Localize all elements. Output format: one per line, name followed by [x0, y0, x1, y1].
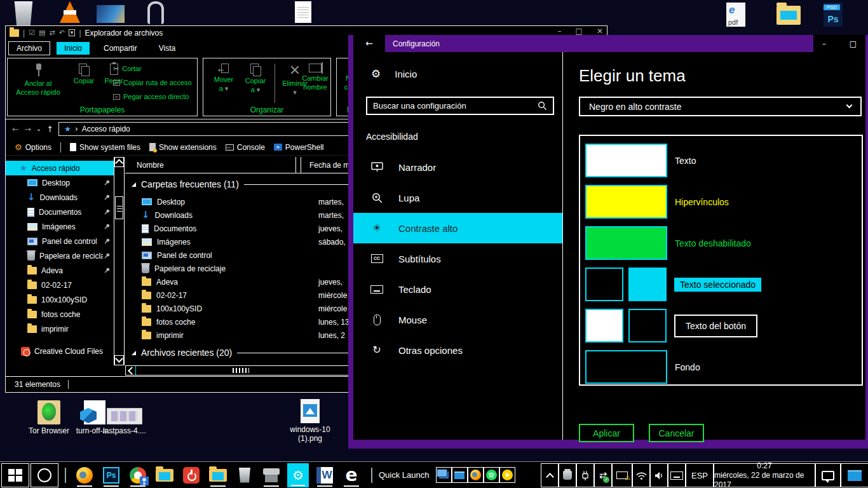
tree-item-adeva[interactable]: Adeva [6, 263, 114, 278]
tree-item-control-panel[interactable]: Panel de control [6, 234, 114, 248]
tray-display-warning[interactable] [612, 463, 632, 487]
qat-rename-icon[interactable] [49, 29, 55, 36]
tree-item-creative-cloud[interactable]: Creative Cloud Files [6, 344, 114, 358]
powershell-button[interactable]: > PowerShell [274, 143, 324, 152]
theme-dropdown[interactable]: Negro en alto contraste [579, 97, 862, 116]
tree-item-100x100ysid[interactable]: 100x100ySID [6, 292, 114, 307]
tree-scrollbar[interactable] [114, 157, 125, 365]
paste-shortcut-button[interactable]: P Pegar acceso directo [113, 93, 189, 100]
taskbar-printer[interactable] [261, 463, 282, 487]
desktop-icon-lastpass[interactable]: lastpass-4.... [100, 408, 149, 435]
tray-sync[interactable]: ✓ [594, 463, 612, 487]
maximize-button[interactable] [576, 27, 583, 35]
column-name[interactable]: Nombre [125, 161, 295, 170]
desktop-icon-folder-shortcut[interactable] [776, 6, 801, 25]
column-divider[interactable] [295, 157, 296, 173]
close-button[interactable] [597, 27, 603, 35]
taskbar-recycle-bin[interactable] [234, 463, 255, 487]
desktop-icon-tor-browser[interactable]: Tor Browser [24, 400, 74, 435]
nav-item-contraste-alto[interactable]: Contraste alto [353, 213, 562, 243]
taskbar-settings[interactable] [287, 463, 309, 487]
show-extensions-button[interactable]: Show extensions [149, 143, 217, 152]
tree-item-quick-access[interactable]: Acceso rápido [6, 161, 114, 175]
rename-button[interactable]: Cambiar nombre [299, 64, 332, 92]
qat-dropdown-icon[interactable] [69, 29, 76, 36]
copy-path-button[interactable]: W Copiar ruta de acceso [113, 79, 192, 86]
tray-power-plug[interactable] [576, 463, 594, 487]
taskbar-power-tool[interactable] [180, 463, 202, 487]
clock[interactable]: 0:27 miércoles, 22 de marzo de 2017 [714, 463, 815, 487]
tree-item-imprimir[interactable]: imprimir [6, 322, 114, 336]
taskbar-folder[interactable] [207, 463, 229, 487]
taskbar-chrome[interactable] [127, 463, 149, 487]
desktop-icon-vlc[interactable] [60, 1, 80, 23]
maximize-button[interactable] [850, 40, 857, 48]
apply-button[interactable]: Aplicar [579, 424, 634, 442]
minimize-button[interactable] [558, 27, 562, 35]
desktop-icon-image[interactable] [97, 5, 125, 23]
scroll-up-button[interactable] [114, 157, 124, 167]
scrollbar-thumb[interactable] [115, 196, 123, 219]
show-desktop-button[interactable] [841, 463, 868, 487]
up-button[interactable] [46, 125, 53, 133]
settings-title-bar[interactable]: Configuración [353, 35, 865, 52]
tray-volume[interactable] [650, 463, 668, 487]
desktop-icon-psd[interactable]: PSDPs [824, 3, 843, 27]
back-button[interactable] [353, 35, 385, 52]
tray-wifi[interactable] [632, 463, 650, 487]
action-center-button[interactable] [815, 463, 841, 487]
tree-item-documents[interactable]: Documentos [6, 205, 114, 219]
quicklaunch-show-desktop[interactable] [452, 467, 468, 483]
desktop-icon-windows10-png[interactable]: windows-10 (1).png [287, 399, 333, 443]
nav-item-subtitulos[interactable]: CC Subtítulos [353, 243, 562, 274]
taskbar-word[interactable]: W [314, 463, 336, 487]
forward-button[interactable] [24, 125, 31, 133]
show-system-files-button[interactable]: Show system files [70, 143, 140, 152]
console-button[interactable]: — Console [226, 143, 265, 152]
qat-properties-icon[interactable] [29, 29, 35, 36]
task-view-divider[interactable] [65, 468, 66, 483]
tab-compartir[interactable]: Compartir [96, 42, 145, 55]
tree-item-fotos-coche[interactable]: fotos coche [6, 307, 114, 322]
nav-item-teclado[interactable]: Teclado [353, 274, 562, 304]
minimize-button[interactable] [822, 40, 826, 48]
move-to-button[interactable]: Mover a [208, 64, 239, 93]
settings-search-box[interactable]: Buscar una configuración [366, 97, 554, 115]
tree-item-recycle-bin[interactable]: Papelera de reciclaje [6, 248, 114, 263]
start-button[interactable] [1, 463, 29, 487]
tree-item-02-02-17[interactable]: 02-02-17 [6, 278, 114, 292]
tree-item-desktop[interactable]: Desktop [6, 175, 114, 190]
tab-archivo[interactable]: Archivo [8, 41, 50, 55]
scrollbar-thumb[interactable] [233, 368, 249, 373]
quicklaunch-player[interactable] [499, 467, 515, 483]
tray-app-icon[interactable] [559, 463, 576, 487]
qat-undo-icon[interactable] [59, 29, 65, 36]
pin-to-quick-access-button[interactable]: Anclar al Acceso rápido [14, 64, 62, 97]
language-indicator[interactable]: ESP [686, 463, 714, 487]
nav-item-mouse[interactable]: Mouse [353, 304, 562, 335]
tree-item-pictures[interactable]: Imágenes [6, 219, 114, 234]
quicklaunch-spotify[interactable] [484, 467, 499, 483]
scroll-down-button[interactable] [114, 355, 124, 365]
tab-inicio[interactable]: Inicio [57, 42, 90, 55]
qat-newfolder-icon[interactable] [39, 29, 45, 36]
taskbar-explorer[interactable] [154, 463, 175, 487]
nav-item-lupa[interactable]: Lupa [353, 182, 562, 213]
quicklaunch-firefox[interactable] [468, 467, 484, 483]
cut-button[interactable]: Cortar [113, 65, 142, 72]
tray-touch-keyboard[interactable] [668, 463, 686, 487]
taskbar-photoshop[interactable]: Ps [100, 463, 122, 487]
column-divider[interactable] [301, 157, 301, 173]
tray-overflow-button[interactable] [541, 463, 559, 487]
cortana-button[interactable] [31, 463, 58, 487]
recent-locations-icon[interactable] [36, 126, 41, 132]
desktop-icon-document[interactable] [295, 1, 311, 23]
nav-item-otras-opciones[interactable]: Otras opciones [353, 335, 562, 365]
cancel-button[interactable]: Cancelar [649, 424, 704, 442]
taskbar-firefox[interactable] [74, 463, 95, 487]
back-button[interactable] [12, 125, 19, 133]
options-button[interactable]: Options [15, 143, 51, 152]
copy-to-button[interactable]: Copiar a [240, 64, 271, 95]
nav-item-narrador[interactable]: Narrador [353, 152, 562, 182]
desktop-icon-clip[interactable] [147, 1, 164, 24]
